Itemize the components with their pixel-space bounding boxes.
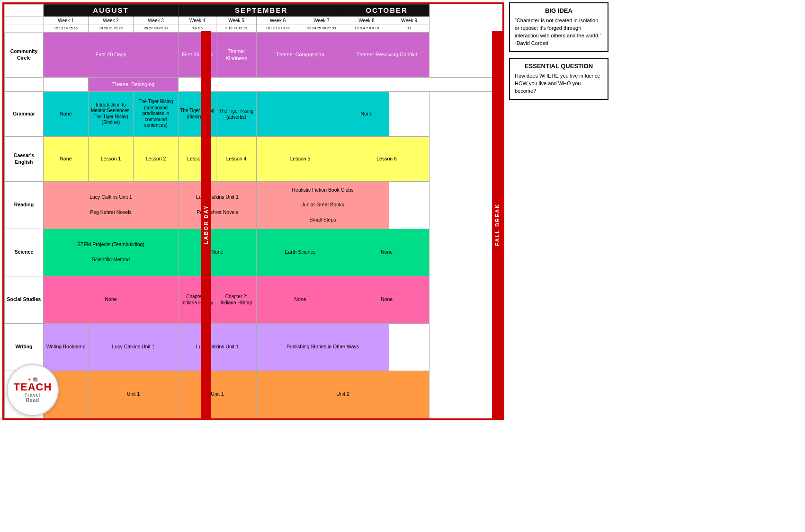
- ss-none2: None: [257, 276, 344, 323]
- labor-day-text: LABOR DAY: [203, 205, 209, 244]
- writing-lcu1-sep: Lucy Calkins Unit 1: [179, 323, 257, 371]
- writing-label: Writing: [5, 323, 44, 371]
- reading-row: Reading Lucy Calkins Unit 1Peg Kehret No…: [5, 181, 502, 229]
- cc-blank2: [179, 77, 502, 91]
- week-3-label: Week 3: [134, 16, 179, 25]
- days-row: 12 13 14 15 16 19 20 21 22 23 26 27 28 2…: [5, 25, 502, 32]
- ss-none3: None: [344, 276, 429, 323]
- aug-days-3: 26 27 28 29 30: [134, 25, 179, 32]
- cc-blank1: [44, 77, 89, 91]
- week-4-label: Week 4: [179, 16, 216, 25]
- science-none2: None: [344, 229, 429, 276]
- ss-none: None: [44, 276, 179, 323]
- science-aug: STEM Projects (Teambuilding)Scientific M…: [44, 229, 179, 276]
- community-first20: First 20 Days: [44, 32, 179, 77]
- grammar-intro: Introduction to Mentor Sentences: The Ti…: [89, 91, 134, 136]
- caesars-none: None: [44, 136, 89, 181]
- reading-label: Reading: [5, 181, 44, 229]
- caesars-lesson1: Lesson 1: [89, 136, 134, 181]
- fall-break-bar: FALL BREAK: [492, 31, 502, 418]
- writing-row: Writing Writing Bootcamp Lucy Calkins Un…: [5, 323, 502, 371]
- essential-question-title: ESSENTIAL QUESTION: [515, 62, 603, 70]
- schedule-table: AUGUST SEPTEMBER OCTOBER Week 1 Week 2 W…: [4, 4, 502, 418]
- oct-days-1: 1 2 3 4 7 8 9 10: [344, 25, 389, 32]
- science-earth: Earth Science: [257, 229, 344, 276]
- calendar-grid: AUGUST SEPTEMBER OCTOBER Week 1 Week 2 W…: [2, 2, 504, 420]
- week-8-label: Week 8: [344, 16, 389, 25]
- reading-sep1: Lucy Calkins Unit 1Peg Kehret Novels: [179, 181, 257, 229]
- aug-days-1: 12 13 14 15 16: [44, 25, 89, 32]
- right-panel: BIG IDEA "Character is not created in is…: [509, 2, 608, 420]
- grammar-none: None: [44, 91, 89, 136]
- aug-days-2: 19 20 21 22 23: [89, 25, 134, 32]
- october-header: OCTOBER: [344, 5, 429, 17]
- caesars-lesson4: Lesson 4: [216, 136, 257, 181]
- grammar-label: Grammar: [5, 91, 44, 136]
- reading-sep2: Realistic Fiction Book ClubsJunior Great…: [257, 181, 389, 229]
- grammar-adverbs: The Tiger Rising (adverbs): [216, 91, 257, 136]
- caesars-lesson5: Lesson 5: [257, 136, 344, 181]
- week-9-label: Week 9: [389, 16, 429, 25]
- sep-days-3: 16 17 18 19 20: [257, 25, 299, 32]
- reading-blank: [389, 181, 429, 229]
- caesars-label: Caesar'sEnglish: [5, 136, 44, 181]
- social-studies-row: Social Studies None Chapter 1: Indiana H…: [5, 276, 502, 323]
- math-unit2: Unit 2: [257, 371, 429, 418]
- community-compassion: Theme: Compassion: [257, 32, 344, 77]
- sep-days-2: 9 10 11 12 13: [216, 25, 257, 32]
- week-6-label: Week 6: [257, 16, 299, 25]
- caesars-english-row: Caesar'sEnglish None Lesson 1 Lesson 2 L…: [5, 136, 502, 181]
- grammar-row: Grammar None Introduction to Mentor Sent…: [5, 91, 502, 136]
- grammar-blank: [257, 91, 344, 136]
- science-label: Science: [5, 229, 44, 276]
- big-idea-box: BIG IDEA "Character is not created in is…: [509, 2, 608, 52]
- writing-publishing: Publishing Stories in Other Ways: [257, 323, 389, 371]
- community-conflict: Theme: Resolving Conflict: [344, 32, 429, 77]
- community-belonging: Theme: Belonging: [89, 77, 179, 91]
- week-5-label: Week 5: [216, 16, 257, 25]
- essential-question-content: How does WHERE you live influence HOW yo…: [515, 72, 603, 95]
- caesars-lesson6: Lesson 6: [344, 136, 429, 181]
- grammar-blank2: [389, 91, 429, 136]
- writing-blank: [389, 323, 429, 371]
- writing-bootcamp: Writing Bootcamp: [44, 323, 89, 371]
- social-studies-label: Social Studies: [5, 276, 44, 323]
- fall-break-text: FALL BREAK: [494, 204, 500, 246]
- math-unit1-sep: Unit 1: [179, 371, 257, 418]
- week-2-label: Week 2: [89, 16, 134, 25]
- essential-question-box: ESSENTIAL QUESTION How does WHERE you li…: [509, 58, 608, 100]
- oct-days-2: 11: [389, 25, 429, 32]
- week-1-label: Week 1: [44, 16, 89, 25]
- caesars-lesson2: Lesson 2: [134, 136, 179, 181]
- math-row: Math Unit 1 Unit 1 Unit 2: [5, 371, 502, 418]
- grammar-none2: None: [344, 91, 389, 136]
- week-7-label: Week 7: [299, 16, 344, 25]
- sep-days-4: 23 24 25 26 27 30: [299, 25, 344, 32]
- week-numbers-row: Week 1 Week 2 Week 3 Week 4 Week 5 Week …: [5, 16, 502, 25]
- reading-aug: Lucy Calkins Unit 1Peg Kehret Novels: [44, 181, 179, 229]
- community-circle-row2: Theme: Belonging: [5, 77, 502, 91]
- community-kindness: Theme: Kindness: [216, 32, 257, 77]
- community-circle-row: CommunityCircle First 20 Days First 20 D…: [5, 32, 502, 77]
- science-none: None: [179, 229, 257, 276]
- community-circle-label: CommunityCircle: [5, 32, 44, 77]
- big-idea-title: BIG IDEA: [515, 7, 603, 14]
- big-idea-content: "Character is not created in isolation o…: [515, 17, 603, 47]
- math-unit1-aug: Unit 1: [89, 371, 179, 418]
- grammar-tiger: The Tiger Rising (compound predicates in…: [134, 91, 179, 136]
- logo: ✈ 📚 TEACH Travel Read: [7, 364, 59, 416]
- writing-lcu1-aug: Lucy Calkins Unit 1: [89, 323, 179, 371]
- september-header: SEPTEMBER: [179, 5, 344, 17]
- labor-day-bar: LABOR DAY: [201, 31, 211, 418]
- science-row: Science STEM Projects (Teambuilding)Scie…: [5, 229, 502, 276]
- community-circle-label2: [5, 77, 44, 91]
- ss-ch2: Chapter 2: Indiana History: [216, 276, 257, 323]
- month-header-row: AUGUST SEPTEMBER OCTOBER: [5, 5, 502, 17]
- august-header: AUGUST: [44, 5, 179, 17]
